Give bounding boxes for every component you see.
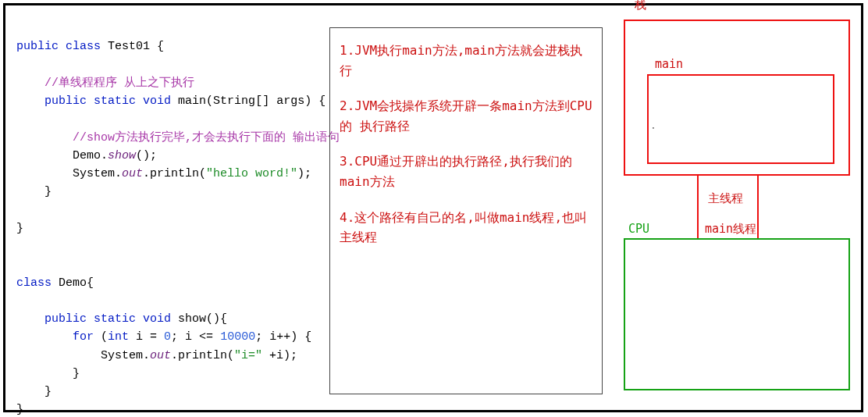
cpu-box xyxy=(624,238,850,390)
method-sig: show(){ xyxy=(178,312,227,326)
main-box xyxy=(647,74,834,164)
keyword: static xyxy=(94,94,136,108)
comment: //单线程程序 从上之下执行 xyxy=(44,77,194,90)
dot: 。 xyxy=(652,121,659,131)
brace: } xyxy=(73,367,80,380)
method-sig: main(String[] args) { xyxy=(178,94,326,108)
line-right xyxy=(757,176,759,238)
code-text: System. xyxy=(73,167,122,180)
code-text: (); xyxy=(136,149,157,162)
code-text: ; i <= xyxy=(171,330,220,344)
comment: //show方法执行完毕,才会去执行下面的 输出语句 xyxy=(73,131,340,144)
brace: } xyxy=(16,403,23,416)
code-text: +i); xyxy=(262,349,297,362)
outer-frame: public class Test01 { //单线程程序 从上之下执行 pub… xyxy=(3,3,863,412)
keyword: class xyxy=(66,40,101,53)
code-text: ( xyxy=(101,330,108,344)
line-left xyxy=(697,176,699,238)
field: out xyxy=(122,167,143,180)
notes-box: 1.JVM执行main方法,main方法就会进栈执行 2.JVM会找操作系统开辟… xyxy=(329,27,603,394)
keyword: int xyxy=(108,330,129,344)
note-item-4: 4.这个路径有自己的名,叫做main线程,也叫主线程 xyxy=(340,208,592,248)
label-main: main xyxy=(655,57,683,71)
keyword: void xyxy=(143,312,171,326)
method-call: show xyxy=(108,149,136,162)
keyword: public xyxy=(44,312,87,326)
label-mainthread: main线程 xyxy=(705,222,756,237)
brace: } xyxy=(44,185,52,198)
code-block: public class Test01 { //单线程程序 从上之下执行 pub… xyxy=(16,20,321,417)
code-text: ; i++) { xyxy=(255,330,311,344)
field: out xyxy=(150,349,171,362)
note-item-1: 1.JVM执行main方法,main方法就会进栈执行 xyxy=(340,41,592,80)
classname: Test01 { xyxy=(108,40,164,53)
keyword: public xyxy=(16,40,59,53)
code-text: .println( xyxy=(143,167,206,180)
keyword: class xyxy=(16,276,52,290)
keyword: for xyxy=(73,330,94,344)
brace: } xyxy=(16,222,23,235)
diagram-area: 栈 main 。 主线程 CPU main线程 xyxy=(621,0,863,412)
string: "i=" xyxy=(234,349,262,362)
label-cpu: CPU xyxy=(628,222,649,236)
code-text: .println( xyxy=(171,349,234,362)
note-item-3: 3.CPU通过开辟出的执行路径,执行我们的main方法 xyxy=(340,151,592,191)
keyword: void xyxy=(143,94,171,108)
brace: } xyxy=(44,385,52,398)
label-mainline: 主线程 xyxy=(708,191,743,206)
note-item-2: 2.JVM会找操作系统开辟一条main方法到CPU的 执行路径 xyxy=(340,96,592,136)
code-text: ); xyxy=(297,167,311,180)
string: "hello word!" xyxy=(206,167,297,180)
keyword: public xyxy=(44,94,87,108)
label-stack: 栈 xyxy=(635,0,646,12)
number: 0 xyxy=(164,330,171,344)
number: 10000 xyxy=(220,330,255,344)
code-text: System. xyxy=(101,349,150,362)
code-text: Demo. xyxy=(73,149,108,162)
classname: Demo{ xyxy=(59,276,94,290)
keyword: static xyxy=(94,312,136,326)
code-text: i = xyxy=(129,330,164,344)
